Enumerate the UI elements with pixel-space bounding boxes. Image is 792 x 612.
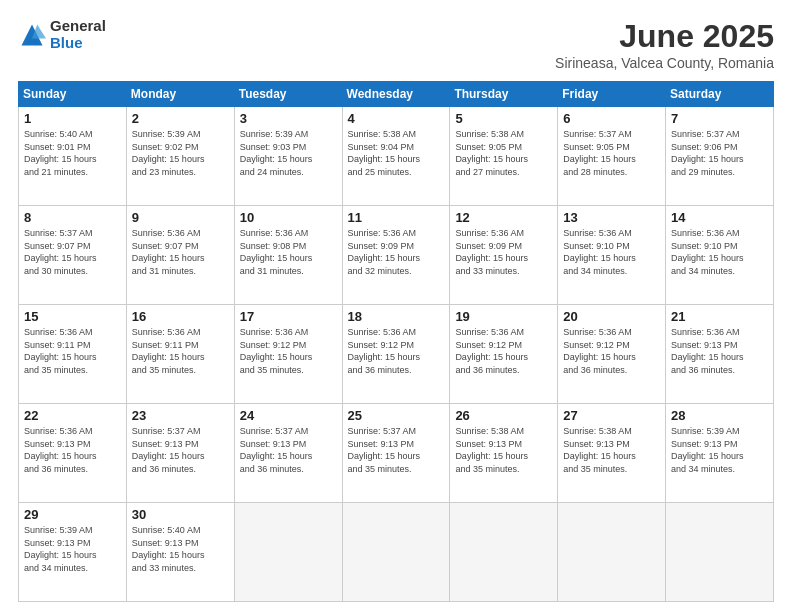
day-number: 27	[563, 408, 660, 423]
day-number: 29	[24, 507, 121, 522]
calendar-subtitle: Sirineasa, Valcea County, Romania	[555, 55, 774, 71]
day-number: 22	[24, 408, 121, 423]
table-row: 24 Sunrise: 5:37 AMSunset: 9:13 PMDaylig…	[234, 404, 342, 503]
table-row: 10 Sunrise: 5:36 AMSunset: 9:08 PMDaylig…	[234, 206, 342, 305]
day-info: Sunrise: 5:37 AMSunset: 9:07 PMDaylight:…	[24, 227, 121, 277]
table-row: 6 Sunrise: 5:37 AMSunset: 9:05 PMDayligh…	[558, 107, 666, 206]
table-row: 22 Sunrise: 5:36 AMSunset: 9:13 PMDaylig…	[19, 404, 127, 503]
day-number: 12	[455, 210, 552, 225]
day-number: 9	[132, 210, 229, 225]
col-thursday: Thursday	[450, 82, 558, 107]
day-info: Sunrise: 5:39 AMSunset: 9:13 PMDaylight:…	[671, 425, 768, 475]
table-row: 27 Sunrise: 5:38 AMSunset: 9:13 PMDaylig…	[558, 404, 666, 503]
table-row: 14 Sunrise: 5:36 AMSunset: 9:10 PMDaylig…	[666, 206, 774, 305]
table-row: 13 Sunrise: 5:36 AMSunset: 9:10 PMDaylig…	[558, 206, 666, 305]
table-row	[342, 503, 450, 602]
table-row: 19 Sunrise: 5:36 AMSunset: 9:12 PMDaylig…	[450, 305, 558, 404]
table-row: 1 Sunrise: 5:40 AMSunset: 9:01 PMDayligh…	[19, 107, 127, 206]
day-number: 6	[563, 111, 660, 126]
table-row: 7 Sunrise: 5:37 AMSunset: 9:06 PMDayligh…	[666, 107, 774, 206]
day-number: 21	[671, 309, 768, 324]
table-row: 25 Sunrise: 5:37 AMSunset: 9:13 PMDaylig…	[342, 404, 450, 503]
header: General Blue June 2025 Sirineasa, Valcea…	[18, 18, 774, 71]
table-row	[234, 503, 342, 602]
header-row: Sunday Monday Tuesday Wednesday Thursday…	[19, 82, 774, 107]
table-row: 20 Sunrise: 5:36 AMSunset: 9:12 PMDaylig…	[558, 305, 666, 404]
logo-icon	[18, 21, 46, 49]
day-number: 17	[240, 309, 337, 324]
day-number: 30	[132, 507, 229, 522]
day-number: 25	[348, 408, 445, 423]
table-row: 26 Sunrise: 5:38 AMSunset: 9:13 PMDaylig…	[450, 404, 558, 503]
day-info: Sunrise: 5:36 AMSunset: 9:08 PMDaylight:…	[240, 227, 337, 277]
day-info: Sunrise: 5:37 AMSunset: 9:13 PMDaylight:…	[348, 425, 445, 475]
day-number: 10	[240, 210, 337, 225]
table-row	[558, 503, 666, 602]
day-number: 19	[455, 309, 552, 324]
col-friday: Friday	[558, 82, 666, 107]
col-saturday: Saturday	[666, 82, 774, 107]
day-info: Sunrise: 5:36 AMSunset: 9:09 PMDaylight:…	[348, 227, 445, 277]
table-row: 29 Sunrise: 5:39 AMSunset: 9:13 PMDaylig…	[19, 503, 127, 602]
day-number: 18	[348, 309, 445, 324]
day-info: Sunrise: 5:36 AMSunset: 9:07 PMDaylight:…	[132, 227, 229, 277]
day-info: Sunrise: 5:36 AMSunset: 9:12 PMDaylight:…	[455, 326, 552, 376]
day-number: 26	[455, 408, 552, 423]
day-number: 5	[455, 111, 552, 126]
day-info: Sunrise: 5:38 AMSunset: 9:13 PMDaylight:…	[455, 425, 552, 475]
day-info: Sunrise: 5:36 AMSunset: 9:12 PMDaylight:…	[348, 326, 445, 376]
day-number: 23	[132, 408, 229, 423]
day-number: 16	[132, 309, 229, 324]
day-info: Sunrise: 5:36 AMSunset: 9:09 PMDaylight:…	[455, 227, 552, 277]
table-row: 8 Sunrise: 5:37 AMSunset: 9:07 PMDayligh…	[19, 206, 127, 305]
day-info: Sunrise: 5:36 AMSunset: 9:13 PMDaylight:…	[671, 326, 768, 376]
table-row: 21 Sunrise: 5:36 AMSunset: 9:13 PMDaylig…	[666, 305, 774, 404]
day-info: Sunrise: 5:36 AMSunset: 9:13 PMDaylight:…	[24, 425, 121, 475]
day-info: Sunrise: 5:36 AMSunset: 9:12 PMDaylight:…	[240, 326, 337, 376]
day-info: Sunrise: 5:36 AMSunset: 9:11 PMDaylight:…	[24, 326, 121, 376]
table-row	[666, 503, 774, 602]
day-info: Sunrise: 5:39 AMSunset: 9:03 PMDaylight:…	[240, 128, 337, 178]
col-tuesday: Tuesday	[234, 82, 342, 107]
page: General Blue June 2025 Sirineasa, Valcea…	[0, 0, 792, 612]
day-info: Sunrise: 5:38 AMSunset: 9:05 PMDaylight:…	[455, 128, 552, 178]
table-row	[450, 503, 558, 602]
day-number: 20	[563, 309, 660, 324]
day-info: Sunrise: 5:40 AMSunset: 9:01 PMDaylight:…	[24, 128, 121, 178]
table-row: 16 Sunrise: 5:36 AMSunset: 9:11 PMDaylig…	[126, 305, 234, 404]
day-number: 2	[132, 111, 229, 126]
day-number: 3	[240, 111, 337, 126]
day-info: Sunrise: 5:40 AMSunset: 9:13 PMDaylight:…	[132, 524, 229, 574]
day-info: Sunrise: 5:37 AMSunset: 9:06 PMDaylight:…	[671, 128, 768, 178]
day-number: 14	[671, 210, 768, 225]
day-info: Sunrise: 5:36 AMSunset: 9:10 PMDaylight:…	[563, 227, 660, 277]
table-row: 9 Sunrise: 5:36 AMSunset: 9:07 PMDayligh…	[126, 206, 234, 305]
table-row: 2 Sunrise: 5:39 AMSunset: 9:02 PMDayligh…	[126, 107, 234, 206]
day-number: 4	[348, 111, 445, 126]
logo: General Blue	[18, 18, 106, 51]
day-number: 13	[563, 210, 660, 225]
table-row: 11 Sunrise: 5:36 AMSunset: 9:09 PMDaylig…	[342, 206, 450, 305]
calendar-title: June 2025	[555, 18, 774, 55]
table-row: 3 Sunrise: 5:39 AMSunset: 9:03 PMDayligh…	[234, 107, 342, 206]
day-info: Sunrise: 5:36 AMSunset: 9:12 PMDaylight:…	[563, 326, 660, 376]
table-row: 18 Sunrise: 5:36 AMSunset: 9:12 PMDaylig…	[342, 305, 450, 404]
calendar-table: Sunday Monday Tuesday Wednesday Thursday…	[18, 81, 774, 602]
logo-text: General Blue	[50, 18, 106, 51]
col-sunday: Sunday	[19, 82, 127, 107]
table-row: 4 Sunrise: 5:38 AMSunset: 9:04 PMDayligh…	[342, 107, 450, 206]
logo-blue: Blue	[50, 35, 106, 52]
table-row: 30 Sunrise: 5:40 AMSunset: 9:13 PMDaylig…	[126, 503, 234, 602]
day-number: 24	[240, 408, 337, 423]
day-number: 8	[24, 210, 121, 225]
day-info: Sunrise: 5:36 AMSunset: 9:10 PMDaylight:…	[671, 227, 768, 277]
logo-general: General	[50, 18, 106, 35]
table-row: 23 Sunrise: 5:37 AMSunset: 9:13 PMDaylig…	[126, 404, 234, 503]
table-row: 5 Sunrise: 5:38 AMSunset: 9:05 PMDayligh…	[450, 107, 558, 206]
col-monday: Monday	[126, 82, 234, 107]
table-row: 15 Sunrise: 5:36 AMSunset: 9:11 PMDaylig…	[19, 305, 127, 404]
day-info: Sunrise: 5:38 AMSunset: 9:13 PMDaylight:…	[563, 425, 660, 475]
day-number: 1	[24, 111, 121, 126]
day-info: Sunrise: 5:37 AMSunset: 9:13 PMDaylight:…	[240, 425, 337, 475]
title-block: June 2025 Sirineasa, Valcea County, Roma…	[555, 18, 774, 71]
